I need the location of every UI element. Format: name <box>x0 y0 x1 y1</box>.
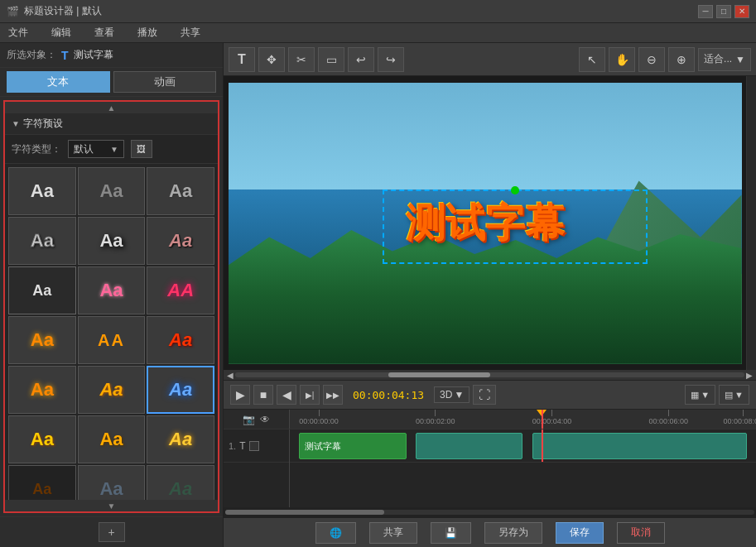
timeline-header: 📷 👁 00:00:00:00 00:00:02:00 00:00:04:00 <box>224 410 756 429</box>
font-style-item[interactable]: Aa <box>8 465 76 500</box>
track-labels: 1. T <box>224 429 290 507</box>
font-style-item[interactable]: Aa <box>78 366 146 414</box>
panel-tabs: 文本 动画 <box>0 68 223 97</box>
font-style-item[interactable]: Aa <box>147 465 214 500</box>
save-button[interactable]: 保存 <box>556 522 604 544</box>
track-text-icon: T <box>239 440 245 452</box>
font-style-item-selected[interactable]: Aa <box>147 366 214 414</box>
menu-file[interactable]: 文件 <box>3 24 33 41</box>
scroll-right-arrow-icon[interactable]: ▶ <box>744 370 754 380</box>
main-container: 所选对象： T 测试字幕 文本 动画 ▲ ▼ 字符预设 字符类型： 默认 ▼ <box>0 43 756 547</box>
transform-tool-button[interactable]: ✂ <box>288 47 315 72</box>
tab-animation[interactable]: 动画 <box>113 71 217 93</box>
zoom-in-button[interactable]: ⊕ <box>668 47 695 72</box>
save-icon-button[interactable]: 💾 <box>431 522 471 544</box>
globe-button[interactable]: 🌐 <box>315 522 356 544</box>
next-frame-button[interactable]: ▶| <box>300 385 320 405</box>
selected-object-bar: 所选对象： T 测试字幕 <box>0 43 223 68</box>
font-image-button[interactable]: 🖼 <box>131 140 152 158</box>
zoom-out-button[interactable]: ⊖ <box>638 47 665 72</box>
font-style-item[interactable]: Aa <box>8 415 76 463</box>
add-button[interactable]: + <box>99 522 125 542</box>
font-style-item[interactable]: Aa <box>147 415 214 463</box>
clip-teal-1[interactable] <box>416 433 522 459</box>
select-tool-button[interactable]: ✥ <box>258 47 285 72</box>
track-checkbox[interactable] <box>249 441 259 451</box>
vertical-scrollbar[interactable] <box>746 76 756 370</box>
scroll-left-arrow-icon[interactable]: ◀ <box>225 370 235 380</box>
font-style-item[interactable]: Aa <box>78 465 146 500</box>
hand-tool-button[interactable]: ✋ <box>609 47 635 72</box>
font-style-item[interactable]: AA <box>147 266 214 314</box>
font-style-item[interactable]: Aa <box>8 266 76 314</box>
crop-tool-button[interactable]: ▭ <box>318 47 344 72</box>
eye-icon: 👁 <box>260 414 270 425</box>
font-style-item[interactable]: Aa <box>8 217 76 265</box>
fit-view-button[interactable]: 适合... ▼ <box>698 48 751 71</box>
view-options-icon: ▤ <box>725 390 733 401</box>
font-style-item[interactable]: Aa <box>8 366 76 414</box>
toolbar: T ✥ ✂ ▭ ↩ ↪ ↖ ✋ ⊖ ⊕ 适合... ▼ <box>224 43 756 76</box>
3d-arrow-icon: ▼ <box>454 389 464 401</box>
preset-section: ▲ ▼ 字符预设 字符类型： 默认 ▼ 🖼 Aa Aa Aa <box>3 100 219 513</box>
timeline-scroll-thumb[interactable] <box>225 510 384 515</box>
tab-text[interactable]: 文本 <box>7 71 110 93</box>
font-type-dropdown[interactable]: 默认 ▼ <box>68 140 124 158</box>
overlay-text[interactable]: 测试字幕 <box>406 197 565 250</box>
stop-button[interactable]: ■ <box>253 385 273 405</box>
share-button[interactable]: 共享 <box>369 522 417 544</box>
menu-play[interactable]: 播放 <box>132 24 162 41</box>
font-style-item[interactable]: Aa <box>8 167 76 215</box>
fullscreen-button[interactable]: ⛶ <box>473 385 496 405</box>
font-style-item[interactable]: Aa <box>147 167 214 215</box>
scroll-down-button[interactable]: ▼ <box>5 500 218 511</box>
fast-forward-button[interactable]: ▶▶ <box>323 385 343 405</box>
font-style-grid: Aa Aa Aa Aa Aa Aa Aa Aa AA Aa AA Aa Aa A… <box>5 164 218 500</box>
timeline-scrollbar[interactable] <box>224 507 756 517</box>
font-style-item[interactable]: Aa <box>8 316 76 364</box>
menu-share[interactable]: 共享 <box>176 24 205 41</box>
collapse-icon: ▼ <box>12 119 20 128</box>
cancel-button[interactable]: 取消 <box>617 522 665 544</box>
font-style-item[interactable]: Aa <box>78 167 146 215</box>
minimize-button[interactable]: ─ <box>698 5 713 18</box>
view-options-button[interactable]: ▤ ▼ <box>719 385 749 405</box>
timeline-playhead[interactable] <box>542 410 543 429</box>
horizontal-scrollbar[interactable]: ◀ ▶ <box>224 370 756 380</box>
text-icon: T <box>61 49 69 62</box>
clip-teal-2[interactable] <box>532 433 747 459</box>
timeline-label-header: 📷 👁 <box>224 410 290 429</box>
font-style-item[interactable]: Aa <box>147 316 214 364</box>
play-button[interactable]: ▶ <box>230 385 250 405</box>
3d-mode-button[interactable]: 3D ▼ <box>434 386 469 403</box>
undo-button[interactable]: ↩ <box>348 47 374 72</box>
window-controls: ─ □ ✕ <box>698 5 749 18</box>
cursor-tool-button[interactable]: ↖ <box>579 47 605 72</box>
redo-button[interactable]: ↪ <box>378 47 404 72</box>
dropdown-arrow-icon: ▼ <box>110 145 118 154</box>
view-layout-arrow-icon: ▼ <box>701 390 710 400</box>
clip-subtitle[interactable]: 测试字幕 <box>299 433 406 459</box>
font-style-item[interactable]: AA <box>78 316 146 364</box>
font-style-item[interactable]: Aa <box>78 266 146 314</box>
font-style-item[interactable]: Aa <box>78 415 146 463</box>
view-layout-button[interactable]: ▦ ▼ <box>685 385 715 405</box>
3d-label: 3D <box>440 389 452 401</box>
scroll-up-button[interactable]: ▲ <box>5 102 218 113</box>
font-style-item[interactable]: Aa <box>147 217 214 265</box>
prev-frame-button[interactable]: ◀ <box>277 385 296 405</box>
save-as-button[interactable]: 另存为 <box>484 522 542 544</box>
menu-view[interactable]: 查看 <box>89 24 119 41</box>
font-style-item[interactable]: Aa <box>78 217 146 265</box>
save-label: 保存 <box>570 525 590 540</box>
maximize-button[interactable]: □ <box>716 5 731 18</box>
close-button[interactable]: ✕ <box>734 5 749 18</box>
view-layout-icon: ▦ <box>691 390 699 401</box>
text-tool-button[interactable]: T <box>229 47 255 72</box>
camera-icon: 📷 <box>243 414 255 425</box>
h-scrollbar-thumb[interactable] <box>388 372 490 377</box>
menu-edit[interactable]: 编辑 <box>46 24 76 41</box>
title-bar: 🎬 标题设计器 | 默认 ─ □ ✕ <box>0 0 756 23</box>
timeline-scroll-track <box>225 510 754 515</box>
clip-label: 测试字幕 <box>305 440 341 453</box>
